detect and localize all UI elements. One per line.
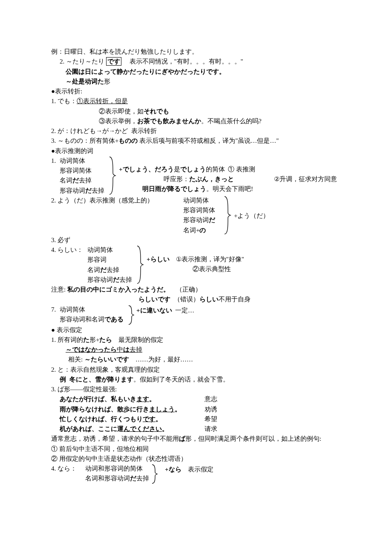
line: 2. ～たり～たり です 表示不同情况，"有时。。。有时。。。" [51, 57, 341, 66]
line: ② 用假定的句中主语是状态动作（状态性谓语） [51, 454, 341, 464]
line: ③表示举例，お茶でも飲みませんか。不喝点茶什么的吗? [51, 116, 341, 126]
line: 注意: 私の目の中にゴミか入ったようだ。 （正确） [51, 285, 341, 295]
grammar-block-youda: 2. よう（だ）表示推测（感觉上的） 动词简体 形容词简体 形容动词だ 名词+の… [51, 196, 341, 235]
line: 2. と：表示自然现象，客观真理的假定 [51, 365, 341, 375]
right-brace-icon [109, 156, 116, 195]
section-heading: ●表示转折: [51, 87, 341, 96]
example-line: 例：日曜日、私は本を読んだり勉強したりします。 [51, 47, 341, 57]
line: ②表示即使，如それでも [51, 107, 341, 116]
grammar-block-rashii: 4. らしい： 动词简体 形容词 名词だ去掉 形容动词だ去掉 +らしい ①表示推… [51, 245, 341, 285]
line: ① 前后句中主语不同，但地位相同 [51, 444, 341, 454]
grammar-block-nara: 4. なら： 动词和形容词的简体 名词和形容动词だ去掉 +なら 表示假定 [51, 464, 341, 484]
grammar-block-deshou: 1. 动词简体 形容词简体 名词だ去掉 形容动词だ去掉 +でしょう、だろう是でし… [51, 156, 341, 196]
right-brace-icon [128, 305, 135, 325]
line: ～ではなかったら中は去掉 [51, 345, 341, 355]
line: 通常意志，劝诱，希望，请求的句子中不能用ば形，但同时满足两个条件则可以，如上述的… [51, 434, 341, 444]
line: 例 冬にと、雪が降ります。假如到了冬天的话，就会下雪。 [51, 375, 341, 384]
right-brace-icon [224, 196, 231, 235]
line: 3. ～ものの：所有简体+ものの 表示后项与前项不符或相反，译为"虽说…但是…" [51, 136, 341, 146]
line: らしいです （错误）らしい不用于自身 [51, 295, 341, 304]
line: 3. 必ず [51, 235, 341, 245]
right-brace-icon [136, 245, 144, 284]
right-brace-icon [151, 464, 158, 484]
line: ～处是动词た形 [51, 77, 341, 87]
line: 2. が：けれども→が→かど 表示转折 [51, 126, 341, 136]
example-sentence: 公園は日によって静かだったりにぎやかだったりです。 [51, 67, 341, 77]
boxed-text: です [106, 57, 121, 66]
line: 3. ば形――假定性最强: [51, 384, 341, 394]
ba-examples: あなたが行けば、私もいきます。意志 雨が降らなければ、散歩に行きましょう。劝诱 … [51, 394, 341, 434]
section-heading: ● 表示假定 [51, 325, 341, 335]
line: 1. 所有词的た形+たら 最无限制的假定 [51, 335, 341, 345]
line: 1. でも：①表示转折，但是 [51, 96, 341, 106]
document-page: 例：日曜日、私は本を読んだり勉強したりします。 2. ～たり～たり です 表示不… [0, 0, 392, 555]
grammar-block-chigainai: 7. 动词简体 形容动词和名词である +に違いない 一定… [51, 305, 341, 325]
line: 相关: ～たらいいです ……为好，最好…… [51, 355, 341, 364]
section-heading: ●表示推测的词 [51, 146, 341, 156]
